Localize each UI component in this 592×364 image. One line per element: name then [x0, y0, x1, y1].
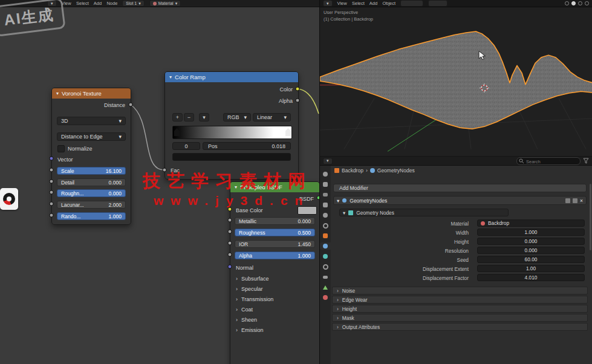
remove-stop-button[interactable]: −: [184, 113, 194, 122]
socket-ramp-alpha-out[interactable]: [296, 99, 300, 103]
height-field[interactable]: 0.000: [477, 238, 585, 245]
socket-metallic-in[interactable]: [228, 218, 232, 223]
section-output-attributes[interactable]: › Output Attributes: [332, 323, 588, 331]
tab-data-properties[interactable]: [322, 284, 329, 291]
node-group-selector[interactable]: ▾ Geometry Nodes: [339, 209, 509, 216]
stop-position-field[interactable]: Pos 0.018: [203, 142, 291, 150]
socket-normal-in[interactable]: [228, 265, 232, 269]
principled-node-header[interactable]: ▾ Principled BSDF: [230, 182, 319, 192]
base-color-swatch[interactable]: [298, 206, 317, 215]
socket-voronoi-roughness-in[interactable]: [50, 190, 54, 195]
panel-emission[interactable]: › Emission: [230, 325, 319, 334]
socket-ramp-color-out[interactable]: [296, 87, 300, 91]
properties-scrollbar[interactable]: [590, 184, 591, 250]
socket-voronoi-distance-out[interactable]: [129, 103, 133, 107]
section-noise[interactable]: › Noise: [332, 287, 588, 294]
socket-roughness-in[interactable]: [228, 230, 232, 234]
ior-slider[interactable]: IOR 1.450: [235, 240, 315, 248]
search-input[interactable]: [525, 158, 578, 166]
breadcrumb-modifier[interactable]: GeometryNodes: [377, 167, 415, 174]
properties-search[interactable]: [516, 157, 581, 165]
detail-slider[interactable]: Detail 0.000: [57, 178, 126, 186]
lacunarity-slider[interactable]: Lacunar... 2.000: [57, 201, 126, 209]
stop-color-field[interactable]: [172, 153, 291, 161]
rendered-shading-icon[interactable]: [585, 1, 589, 5]
panel-sheen[interactable]: › Sheen: [230, 315, 319, 324]
socket-alpha-in[interactable]: [228, 253, 232, 257]
panel-coat[interactable]: › Coat: [230, 305, 319, 314]
metallic-slider[interactable]: Metallic 0.000: [235, 217, 315, 225]
modifier-panel-header[interactable]: ▾ GeometryNodes ×: [333, 196, 587, 205]
shader-editor-menus[interactable]: View Select Add Node: [62, 1, 118, 6]
socket-ramp-fac-in[interactable]: [163, 168, 167, 172]
roughness-slider[interactable]: Roughn... 0.000: [57, 189, 126, 197]
section-mask[interactable]: › Mask: [332, 314, 588, 322]
socket-voronoi-randomness-in[interactable]: [50, 213, 54, 218]
width-field[interactable]: 1.000: [477, 229, 585, 236]
ramp-stop-end[interactable]: [285, 128, 291, 136]
tab-tool-properties[interactable]: [322, 171, 329, 178]
tab-constraints-properties[interactable]: [322, 273, 329, 281]
collapse-icon[interactable]: ▾: [56, 91, 59, 96]
viewport-editor-type-button[interactable]: ▾: [323, 0, 333, 7]
editor-type-button[interactable]: ▾: [47, 0, 57, 7]
stop-index-field[interactable]: 0: [172, 142, 200, 150]
close-icon[interactable]: ×: [580, 198, 583, 204]
terrain-mesh[interactable]: [320, 31, 592, 129]
scale-slider[interactable]: Scale 16.100: [57, 167, 126, 175]
viewport-menus[interactable]: View Select Add Object: [337, 1, 396, 6]
properties-editor-type-button[interactable]: ▾: [323, 158, 333, 164]
tab-world-properties[interactable]: [322, 222, 329, 229]
socket-voronoi-scale-in[interactable]: [50, 168, 54, 172]
panel-specular[interactable]: › Specular: [230, 284, 319, 293]
normalize-checkbox[interactable]: [57, 145, 65, 152]
voronoi-feature-dropdown[interactable]: Distance to Edge ▾: [57, 132, 126, 141]
roughness-slider[interactable]: Roughness 0.500: [235, 229, 315, 236]
panel-transmission[interactable]: › Transmission: [230, 294, 319, 304]
seed-field[interactable]: 60.00: [477, 256, 585, 263]
solid-shading-icon[interactable]: [571, 1, 576, 5]
voronoi-dimensions-dropdown[interactable]: 3D ▾: [57, 117, 126, 125]
resolution-field[interactable]: 0.000: [477, 247, 585, 254]
color-ramp-gradient[interactable]: [172, 126, 292, 139]
display-render-icon[interactable]: [573, 198, 577, 203]
section-edge-wear[interactable]: › Edge Wear: [332, 296, 588, 304]
tab-particles-properties[interactable]: [322, 253, 329, 260]
transform-orientation-dropdown[interactable]: [400, 0, 423, 7]
ramp-options-button[interactable]: ▾: [199, 113, 209, 122]
material-shading-icon[interactable]: [578, 1, 582, 5]
color-ramp-node[interactable]: ▾ Color Ramp Color Alpha + − ▾ RGB ▾: [164, 71, 299, 180]
display-viewport-icon[interactable]: [565, 198, 570, 203]
panel-subsurface[interactable]: › Subsurface: [230, 274, 319, 283]
tab-output-properties[interactable]: [322, 191, 329, 198]
wireframe-shading-icon[interactable]: [565, 1, 569, 5]
interpolation-dropdown[interactable]: Linear ▾: [253, 113, 291, 122]
slot-dropdown[interactable]: Slot 1 ▾: [122, 0, 144, 7]
filter-icon[interactable]: [583, 158, 589, 164]
add-modifier-button[interactable]: Add Modifier: [333, 184, 587, 192]
tab-material-properties[interactable]: [322, 294, 329, 301]
displacement-extent-field[interactable]: 1.00: [477, 265, 585, 272]
socket-voronoi-detail-in[interactable]: [50, 180, 54, 184]
ramp-stop-selected[interactable]: [174, 128, 180, 136]
socket-base-color-in[interactable]: [228, 207, 232, 212]
socket-voronoi-vector-in[interactable]: [50, 157, 54, 161]
tab-physics-properties[interactable]: [322, 263, 329, 270]
tab-render-properties[interactable]: [322, 181, 329, 188]
displacement-factor-field[interactable]: 4.010: [477, 274, 585, 281]
collapse-icon[interactable]: ▾: [169, 74, 172, 80]
randomness-slider[interactable]: Rando... 1.000: [57, 212, 126, 220]
collapse-icon[interactable]: ▾: [235, 184, 237, 190]
socket-voronoi-lacunarity-in[interactable]: [50, 202, 54, 206]
principled-bsdf-node[interactable]: ▾ Principled BSDF BSDF Base Color Metall…: [230, 181, 320, 364]
add-stop-button[interactable]: +: [172, 113, 183, 122]
color-ramp-node-header[interactable]: ▾ Color Ramp: [165, 72, 298, 82]
material-selector[interactable]: Material ▾: [149, 0, 181, 7]
socket-ior-in[interactable]: [228, 241, 232, 245]
tab-viewlayer-properties[interactable]: [322, 201, 329, 209]
color-mode-dropdown[interactable]: RGB ▾: [223, 113, 251, 122]
tab-object-properties[interactable]: [322, 232, 329, 239]
material-dropdown[interactable]: Backdrop: [477, 219, 585, 227]
tab-modifier-properties[interactable]: [320, 242, 331, 250]
tab-scene-properties[interactable]: [322, 212, 329, 219]
